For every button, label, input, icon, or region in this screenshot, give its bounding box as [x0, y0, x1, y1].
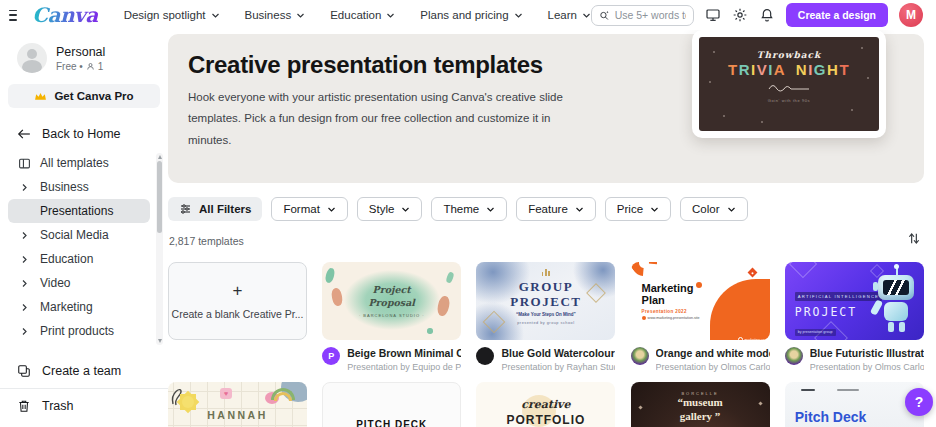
template-title[interactable]: Orange and white moder...	[656, 347, 770, 359]
template-title[interactable]: Blue Futuristic Illustrativ...	[810, 347, 924, 359]
nav-education[interactable]: Education	[330, 9, 395, 21]
back-to-home-link[interactable]: Back to Home	[0, 121, 168, 147]
creator-avatar[interactable]	[476, 347, 494, 365]
chevron-right-icon	[20, 183, 29, 192]
sort-button[interactable]	[907, 231, 921, 249]
template-grid-row1: + Create a blank Creative Pr... ProjectP…	[168, 262, 924, 372]
template-card[interactable]: ProjectProposal · BARCELONA STUDIO · P B…	[322, 262, 461, 372]
template-byline: Presentation by Rayhan Studio	[501, 362, 615, 372]
template-thumbnail-pitch-deck-blue[interactable]: Pitch Deck	[785, 382, 924, 427]
sidebar-item-all-templates[interactable]: All templates	[8, 151, 150, 175]
monitor-icon[interactable]	[705, 7, 721, 23]
sidebar-item-print-products[interactable]: Print products	[8, 319, 150, 343]
nav-design-spotlight[interactable]: Design spotlight	[124, 9, 220, 21]
hero-slide-mockup: Throwback TRIVIA NIGHT Goin' with the 90…	[692, 30, 886, 138]
all-filters-button[interactable]: All Filters	[168, 197, 262, 221]
help-button[interactable]: ?	[905, 388, 933, 416]
chevron-right-icon	[20, 231, 29, 240]
chevron-down-icon	[582, 11, 591, 20]
sidebar-item-presentations[interactable]: Presentations	[8, 199, 150, 223]
templates-icon	[18, 157, 31, 170]
sidebar-scrollbar[interactable]	[156, 153, 163, 345]
template-thumbnail-ai-project[interactable]: ARTIFICIAL INTELLIGENCE PROJECT by prese…	[785, 262, 924, 340]
get-canva-pro-button[interactable]: Get Canva Pro	[8, 84, 160, 108]
chevron-down-icon	[514, 11, 523, 20]
trash-button[interactable]: Trash	[0, 391, 168, 421]
chevron-right-icon	[20, 279, 29, 288]
profile-name: Personal	[56, 45, 105, 59]
scroll-up-arrow[interactable]	[158, 155, 162, 159]
template-title[interactable]: Blue Gold Watercolour G...	[501, 347, 615, 359]
top-navigation-bar: Canva Design spotlight Business Educatio…	[0, 0, 936, 30]
sidebar-item-education[interactable]: Education	[8, 247, 150, 271]
nav-learn[interactable]: Learn	[548, 9, 591, 21]
template-card[interactable]: marketing co Marketing Plan Presentation…	[631, 262, 770, 372]
chevron-down-icon	[650, 205, 659, 214]
crown-icon	[34, 91, 47, 102]
member-icon	[86, 62, 95, 71]
creator-avatar[interactable]	[785, 347, 803, 365]
creator-avatar[interactable]: P	[322, 347, 340, 365]
diamond-accent	[747, 268, 757, 278]
template-caption: P Beige Brown Minimal Org... Presentatio…	[322, 347, 461, 372]
filter-color[interactable]: Color	[680, 197, 747, 221]
create-design-button[interactable]: Create a design	[786, 3, 888, 27]
template-caption: Blue Futuristic Illustrativ... Presentat…	[785, 347, 924, 372]
template-card[interactable]: ARTIFICIAL INTELLIGENCE PROJECT by prese…	[785, 262, 924, 372]
trivia-title: TRIVIA NIGHT	[699, 61, 879, 78]
profile-plan: Free • 1	[56, 61, 105, 72]
templates-menu: All templates Business Presentations Soc…	[0, 151, 168, 343]
template-thumbnail-group-project[interactable]: GROUPPROJECT “Make Your Steps On Mind” p…	[476, 262, 615, 340]
divider	[0, 388, 168, 389]
topbar-icons	[705, 7, 775, 23]
creator-avatar[interactable]	[631, 347, 649, 365]
filter-format[interactable]: Format	[271, 197, 347, 221]
filter-style[interactable]: Style	[357, 197, 423, 221]
create-team-button[interactable]: Create a team	[0, 356, 168, 386]
template-thumbnail-marketing-plan[interactable]: marketing co Marketing Plan Presentation…	[631, 262, 770, 340]
template-thumbnail-hannah[interactable]: ♥ HANNAH	[168, 382, 307, 427]
gear-icon[interactable]	[732, 7, 748, 23]
nav-business[interactable]: Business	[245, 9, 306, 21]
scroll-down-arrow[interactable]	[158, 339, 162, 343]
filter-price[interactable]: Price	[605, 197, 671, 221]
slide-script-title: Throwback	[699, 50, 879, 60]
main-nav: Design spotlight Business Education Plan…	[124, 9, 591, 21]
nav-plans-pricing[interactable]: Plans and pricing	[420, 9, 522, 21]
template-thumbnail-project-proposal[interactable]: ProjectProposal · BARCELONA STUDIO ·	[322, 262, 461, 340]
canva-logo[interactable]: Canva	[32, 3, 98, 27]
chevron-right-icon	[20, 327, 29, 336]
template-caption: Orange and white moder... Presentation b…	[631, 347, 770, 372]
sidebar-item-video[interactable]: Video	[8, 271, 150, 295]
bell-icon[interactable]	[759, 7, 775, 23]
chevron-down-icon	[401, 205, 410, 214]
sidebar-item-business[interactable]: Business	[8, 175, 150, 199]
template-caption: Blue Gold Watercolour G... Presentation …	[476, 347, 615, 372]
template-thumbnail-museum-gallery[interactable]: BORCELLE “museum gallery ”	[631, 382, 770, 427]
results-count: 2,817 templates	[169, 235, 244, 247]
profile-switcher[interactable]: Personal Free • 1	[0, 30, 168, 77]
hamburger-menu-icon[interactable]	[9, 10, 17, 21]
sliders-icon	[179, 203, 192, 215]
heart-doodle: ♥	[220, 388, 232, 399]
search-input[interactable]	[615, 9, 686, 21]
chevron-down-icon	[727, 205, 736, 214]
user-avatar[interactable]: M	[899, 3, 923, 27]
template-grid-row2: ♥ HANNAH PITCH DECK creative PORTFOLIO B…	[168, 382, 924, 427]
trivia-night-slide: Throwback TRIVIA NIGHT Goin' with the 90…	[699, 37, 879, 131]
template-card[interactable]: GROUPPROJECT “Make Your Steps On Mind” p…	[476, 262, 615, 372]
template-thumbnail-pitch-deck[interactable]: PITCH DECK	[322, 382, 461, 427]
sidebar-bottom: Create a team Trash	[0, 356, 168, 421]
sort-arrows-icon	[907, 232, 921, 245]
filter-feature[interactable]: Feature	[516, 197, 596, 221]
search-bar[interactable]	[591, 5, 694, 26]
orange-corner-shape: marketing co	[710, 279, 770, 340]
template-title[interactable]: Beige Brown Minimal Org...	[347, 347, 461, 359]
create-blank-card[interactable]: + Create a blank Creative Pr...	[168, 262, 307, 340]
sidebar-item-marketing[interactable]: Marketing	[8, 295, 150, 319]
scrollbar-thumb[interactable]	[157, 161, 162, 233]
template-thumbnail-creative-portfolio[interactable]: creative PORTFOLIO	[476, 382, 615, 427]
filter-theme[interactable]: Theme	[431, 197, 507, 221]
robot-illustration	[864, 270, 920, 336]
sidebar-item-social-media[interactable]: Social Media	[8, 223, 150, 247]
